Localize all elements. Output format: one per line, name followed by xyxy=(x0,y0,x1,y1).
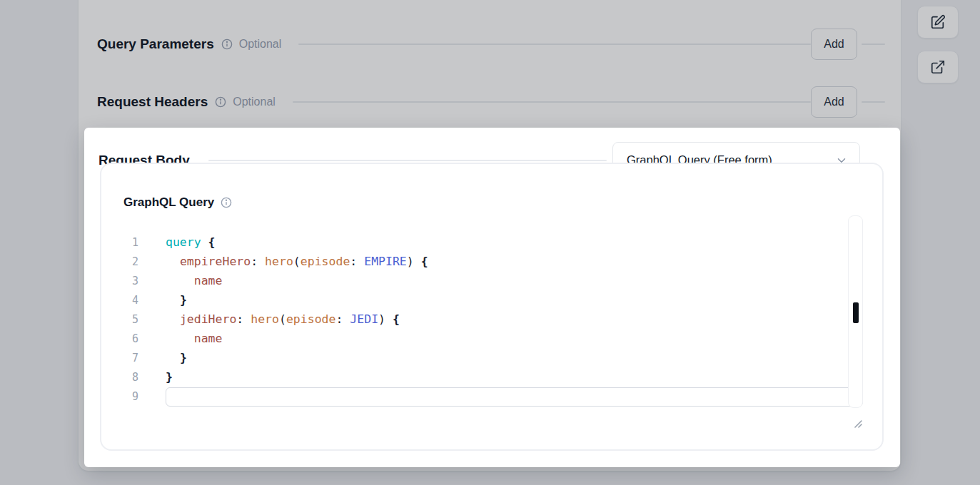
page: Query Parameters Optional Add Request He… xyxy=(0,0,980,485)
code-line[interactable]: 1query { xyxy=(101,233,863,252)
code-line[interactable]: 9 xyxy=(101,387,863,407)
info-icon[interactable] xyxy=(221,197,232,208)
line-number: 5 xyxy=(101,310,138,330)
graphql-editor-card: GraphQL Query 1query {2 empireHero: hero… xyxy=(100,163,884,451)
line-number: 2 xyxy=(101,252,138,272)
line-number: 9 xyxy=(101,387,138,407)
code-text: empireHero: hero(episode: EMPIRE) { xyxy=(166,252,863,272)
code-text: query { xyxy=(166,233,863,252)
code-line[interactable]: 8} xyxy=(101,368,863,387)
request-body-panel: Request Body GraphQL Query (Free form) G… xyxy=(84,128,900,467)
code-line[interactable]: 7 } xyxy=(101,349,863,368)
line-number: 3 xyxy=(101,272,138,291)
line-number: 6 xyxy=(101,330,138,349)
resize-grip-icon[interactable] xyxy=(853,419,862,428)
code-line[interactable]: 5 jediHero: hero(episode: JEDI) { xyxy=(101,310,863,330)
code-text: } xyxy=(166,349,863,368)
code-text xyxy=(166,387,863,407)
code-line[interactable]: 6 name xyxy=(101,330,863,349)
graphql-query-label-row: GraphQL Query xyxy=(123,193,232,213)
line-number: 4 xyxy=(101,291,138,310)
code-line[interactable]: 4 } xyxy=(101,291,863,310)
editor-scrollbar-thumb[interactable] xyxy=(853,302,859,323)
editor-scrollbar-track[interactable] xyxy=(848,215,863,408)
line-number: 1 xyxy=(101,233,138,252)
line-number: 8 xyxy=(101,368,138,387)
code-text: name xyxy=(166,272,863,291)
line-number: 7 xyxy=(101,349,138,368)
code-text: } xyxy=(166,291,863,310)
code-editor-lines[interactable]: 1query {2 empireHero: hero(episode: EMPI… xyxy=(101,233,863,407)
code-line[interactable]: 3 name xyxy=(101,272,863,291)
divider xyxy=(208,160,607,161)
code-text: name xyxy=(166,330,863,349)
code-line[interactable]: 2 empireHero: hero(episode: EMPIRE) { xyxy=(101,252,863,272)
graphql-query-label: GraphQL Query xyxy=(123,195,214,210)
code-text: } xyxy=(166,368,863,387)
code-text: jediHero: hero(episode: JEDI) { xyxy=(166,310,863,330)
